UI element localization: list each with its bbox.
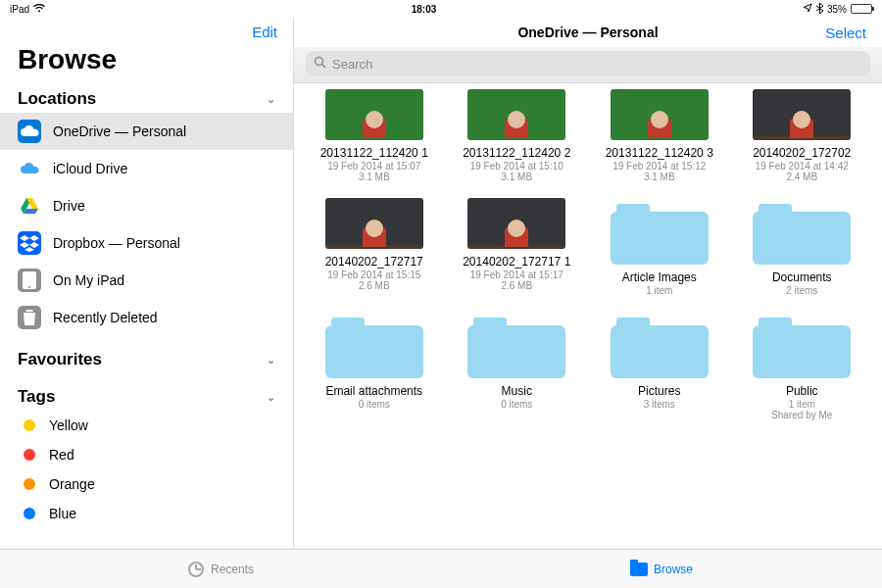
tag-label: Yellow bbox=[49, 417, 88, 433]
tab-bar: Recents Browse bbox=[0, 549, 882, 588]
clock-label: 18:03 bbox=[412, 4, 437, 15]
item-meta: 19 Feb 2014 at 15:12 bbox=[612, 161, 706, 172]
file-item[interactable]: 20131122_112420 319 Feb 2014 at 15:123.1… bbox=[593, 89, 726, 182]
file-item[interactable]: 20140202_17270219 Feb 2014 at 14:422.4 M… bbox=[736, 89, 869, 182]
locations-header[interactable]: Locations ⌄ bbox=[0, 85, 293, 113]
location-icon bbox=[803, 3, 812, 15]
sidebar-item-trash[interactable]: Recently Deleted bbox=[0, 299, 293, 336]
folder-item[interactable]: Public1 itemShared by Me bbox=[736, 312, 869, 420]
item-meta: 1 item bbox=[646, 285, 672, 296]
tag-label: Red bbox=[49, 447, 74, 463]
page-title: OneDrive — Personal bbox=[294, 24, 882, 40]
sidebar-item-gdrive[interactable]: Drive bbox=[0, 187, 293, 224]
sidebar-title: Browse bbox=[0, 40, 293, 85]
items-grid: 20131122_112420 119 Feb 2014 at 15:073.1… bbox=[294, 83, 882, 549]
folder-item[interactable]: Documents2 items bbox=[736, 198, 869, 296]
folder-item[interactable]: Email attachments0 items bbox=[308, 312, 441, 420]
item-name: 20140202_172702 bbox=[753, 146, 851, 160]
tab-browse[interactable]: Browse bbox=[441, 550, 882, 588]
folder-item[interactable]: Pictures3 items bbox=[593, 312, 726, 420]
file-thumbnail bbox=[325, 89, 423, 140]
chevron-down-icon: ⌄ bbox=[267, 391, 275, 404]
folder-item[interactable]: Music0 items bbox=[451, 312, 584, 420]
item-meta: 19 Feb 2014 at 15:17 bbox=[470, 270, 564, 280]
tag-blue[interactable]: Blue bbox=[0, 499, 293, 528]
tag-red[interactable]: Red bbox=[0, 440, 293, 469]
svg-point-5 bbox=[316, 58, 323, 66]
device-label: iPad bbox=[10, 4, 29, 15]
chevron-down-icon: ⌄ bbox=[267, 354, 275, 367]
file-item[interactable]: 20140202_17271719 Feb 2014 at 15:152.6 M… bbox=[308, 198, 441, 296]
main-panel: OneDrive — Personal Select Search 201311… bbox=[294, 18, 882, 549]
select-button[interactable]: Select bbox=[825, 24, 866, 41]
status-bar: iPad 18:03 35% bbox=[0, 0, 882, 18]
tag-dot-icon bbox=[24, 449, 35, 461]
sidebar-item-dropbox[interactable]: Dropbox — Personal bbox=[0, 224, 293, 262]
item-name: 20131122_112420 1 bbox=[320, 146, 428, 160]
folder-icon bbox=[325, 312, 423, 378]
folder-icon bbox=[467, 312, 565, 378]
item-meta2: 3.1 MB bbox=[359, 172, 390, 182]
search-input[interactable]: Search bbox=[306, 51, 870, 76]
item-meta: 19 Feb 2014 at 15:15 bbox=[327, 270, 420, 280]
file-item[interactable]: 20131122_112420 219 Feb 2014 at 15:103.1… bbox=[451, 89, 584, 182]
folder-icon bbox=[753, 312, 851, 378]
item-meta2: 3.1 MB bbox=[644, 172, 675, 182]
folder-item[interactable]: Article Images1 item bbox=[593, 198, 726, 296]
tag-orange[interactable]: Orange bbox=[0, 469, 293, 499]
item-meta: 19 Feb 2014 at 15:10 bbox=[470, 161, 564, 172]
item-meta2: 2.6 MB bbox=[501, 280, 532, 291]
icloud-icon bbox=[18, 157, 41, 180]
file-thumbnail bbox=[467, 89, 565, 140]
tag-dot-icon bbox=[24, 508, 35, 519]
sidebar-item-label: Dropbox — Personal bbox=[53, 235, 180, 251]
file-item[interactable]: 20140202_172717 119 Feb 2014 at 15:172.6… bbox=[451, 198, 584, 296]
item-name: 20140202_172717 bbox=[325, 255, 423, 269]
item-name: Music bbox=[502, 384, 532, 398]
ipad-icon bbox=[18, 269, 41, 292]
item-name: Article Images bbox=[622, 270, 697, 284]
edit-button[interactable]: Edit bbox=[0, 20, 293, 40]
item-name: 20131122_112420 3 bbox=[606, 146, 713, 160]
favourites-header[interactable]: Favourites ⌄ bbox=[0, 346, 293, 373]
tag-label: Orange bbox=[49, 476, 95, 492]
item-name: 20140202_172717 1 bbox=[463, 255, 570, 269]
file-item[interactable]: 20131122_112420 119 Feb 2014 at 15:073.1… bbox=[308, 89, 441, 182]
sidebar-item-onedrive[interactable]: OneDrive — Personal bbox=[0, 113, 293, 150]
item-meta: 0 items bbox=[359, 399, 390, 410]
battery-icon bbox=[851, 4, 872, 14]
sidebar: Edit Browse Locations ⌄ OneDrive — Perso… bbox=[0, 18, 294, 549]
folder-icon bbox=[611, 312, 709, 378]
tag-dot-icon bbox=[24, 419, 35, 431]
folder-icon bbox=[630, 561, 648, 578]
item-name: Pictures bbox=[638, 384, 680, 398]
search-icon bbox=[314, 56, 326, 72]
sidebar-item-ipad[interactable]: On My iPad bbox=[0, 262, 293, 299]
tag-dot-icon bbox=[24, 478, 35, 490]
bluetooth-icon bbox=[816, 3, 823, 16]
battery-pct: 35% bbox=[827, 4, 847, 15]
item-meta2: 2.4 MB bbox=[786, 172, 817, 182]
item-name: Email attachments bbox=[325, 384, 422, 398]
tab-recents[interactable]: Recents bbox=[0, 550, 441, 588]
item-name: Public bbox=[786, 384, 818, 398]
tags-header[interactable]: Tags ⌄ bbox=[0, 383, 293, 411]
item-meta: 1 item bbox=[789, 399, 815, 410]
folder-icon bbox=[753, 198, 851, 265]
item-meta: 0 items bbox=[501, 399, 532, 410]
tag-yellow[interactable]: Yellow bbox=[0, 411, 293, 440]
item-meta2: 3.1 MB bbox=[501, 172, 532, 182]
svg-point-4 bbox=[28, 286, 30, 288]
sidebar-item-label: On My iPad bbox=[53, 272, 124, 288]
item-name: Documents bbox=[772, 270, 832, 284]
clock-icon bbox=[187, 561, 205, 578]
trash-icon bbox=[18, 306, 41, 329]
sidebar-item-label: Drive bbox=[53, 198, 85, 214]
sidebar-item-label: OneDrive — Personal bbox=[53, 123, 186, 139]
gdrive-icon bbox=[18, 194, 41, 218]
sidebar-item-icloud[interactable]: iCloud Drive bbox=[0, 150, 293, 187]
svg-line-6 bbox=[322, 65, 326, 69]
folder-icon bbox=[611, 198, 709, 265]
sidebar-item-label: iCloud Drive bbox=[53, 161, 127, 176]
item-meta: 19 Feb 2014 at 14:42 bbox=[756, 161, 849, 172]
